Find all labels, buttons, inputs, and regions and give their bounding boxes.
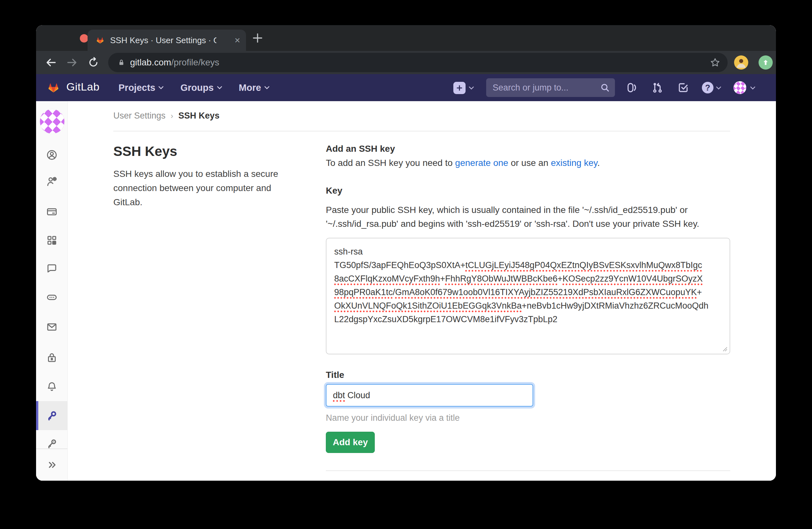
new-tab-button[interactable] [250, 31, 265, 45]
sidebar-item-chat[interactable] [46, 262, 58, 274]
new-menu-button[interactable] [453, 82, 466, 94]
chevron-down-icon [217, 86, 222, 89]
sidebar-item-access-tokens[interactable] [46, 291, 58, 303]
resize-grip-icon[interactable] [721, 345, 728, 352]
sidebar-collapse-button[interactable] [46, 459, 58, 471]
chevron-down-icon[interactable] [469, 86, 474, 89]
sidebar-item-ssh-keys[interactable] [46, 410, 58, 421]
key-textarea[interactable]: ssh-rsaTG50pfS/3apFEQhEoQ3pS0XtA+tCLUGjL… [326, 238, 730, 354]
url-path: /profile/keys [171, 57, 219, 67]
url-host: gitlab.com [130, 57, 171, 67]
sidebar-item-profile[interactable] [46, 149, 58, 161]
title-input-value: dbt Cloud [333, 390, 370, 400]
gitlab-favicon [95, 35, 105, 45]
sidebar-item-applications[interactable] [46, 234, 58, 246]
chrome-profile-avatar[interactable] [734, 55, 748, 70]
form-heading: Add an SSH key [326, 144, 395, 154]
forward-icon[interactable] [66, 56, 78, 69]
search-input[interactable]: Search or jump to... [486, 78, 615, 97]
address-bar[interactable]: gitlab.com/profile/keys [108, 53, 728, 72]
chrome-update-button[interactable] [758, 55, 773, 70]
gitlab-navbar: GitLab Projects Groups More Search or ju… [36, 74, 776, 101]
title-label: Title [326, 370, 344, 380]
tab-title: SSH Keys · User Settings · GitLab [110, 35, 216, 45]
form-intro: To add an SSH key you need to generate o… [326, 158, 600, 168]
arrow-up-icon [762, 58, 770, 67]
chevron-down-icon[interactable] [716, 86, 721, 89]
search-icon [600, 83, 610, 92]
chevron-down-icon [158, 86, 163, 89]
sidebar-item-account[interactable] [46, 175, 58, 187]
title-input[interactable]: dbt Cloud [326, 384, 533, 406]
menu-more[interactable]: More [239, 83, 270, 93]
https-lock-icon [117, 58, 126, 67]
page-content: User Settings › SSH Keys SSH Keys SSH ke… [36, 101, 776, 481]
todos-icon[interactable] [678, 82, 689, 94]
person-photo [734, 55, 748, 70]
tab-close-icon[interactable]: × [234, 35, 240, 45]
inline-link[interactable]: generate one [455, 158, 508, 168]
browser-toolbar: gitlab.com/profile/keys [36, 51, 776, 74]
plus-icon [456, 84, 463, 91]
chevron-down-icon [264, 86, 270, 89]
merge-request-icon[interactable] [652, 82, 663, 94]
inline-link[interactable]: existing key [551, 158, 597, 168]
breadcrumb: User Settings › SSH Keys [113, 111, 220, 121]
title-help-text: Name your individual key via a title [326, 413, 460, 423]
menu-groups[interactable]: Groups [180, 83, 222, 93]
sidebar-item-emails[interactable] [46, 321, 58, 333]
issues-icon[interactable] [626, 82, 638, 94]
sidebar-item-billing[interactable] [46, 206, 58, 217]
sidebar-item-gpg-keys[interactable] [46, 438, 58, 449]
gitlab-wordmark[interactable]: GitLab [66, 81, 100, 93]
settings-sidebar [36, 101, 68, 481]
help-icon[interactable]: ? [702, 82, 713, 94]
sidebar-divider [36, 448, 68, 449]
breadcrumb-parent[interactable]: User Settings [113, 111, 165, 121]
tab-strip: SSH Keys · User Settings · GitLab × [36, 25, 776, 51]
key-label: Key [326, 186, 342, 196]
bookmark-star-icon[interactable] [710, 57, 721, 68]
form-bottom-divider [326, 470, 730, 471]
sidebar-item-password[interactable] [46, 352, 58, 363]
key-textarea-content: ssh-rsaTG50pfS/3apFEQhEoQ3pS0XtA+tCLUGjL… [334, 245, 722, 326]
url-text: gitlab.com/profile/keys [130, 57, 219, 68]
key-help-text: Paste your public SSH key, which is usua… [326, 203, 699, 231]
chevron-down-icon[interactable] [750, 86, 755, 89]
page-description: SSH keys allow you to establish a secure… [113, 167, 297, 210]
breadcrumb-divider [113, 131, 730, 131]
breadcrumb-current: SSH Keys [178, 111, 220, 121]
menu-projects[interactable]: Projects [118, 83, 163, 93]
search-placeholder: Search or jump to... [493, 83, 569, 93]
back-icon[interactable] [44, 56, 57, 69]
browser-window: SSH Keys · User Settings · GitLab × gitl… [36, 25, 776, 481]
browser-tab[interactable]: SSH Keys · User Settings · GitLab × [88, 30, 246, 51]
sidebar-user-avatar[interactable] [40, 109, 65, 134]
navbar-menus: Projects Groups More [118, 74, 270, 101]
gitlab-logo[interactable] [46, 81, 61, 95]
main-panel: User Settings › SSH Keys SSH Keys SSH ke… [68, 101, 776, 481]
window-close-button[interactable] [80, 34, 88, 43]
page-title: SSH Keys [113, 144, 177, 159]
sidebar-item-notifications[interactable] [46, 381, 58, 392]
breadcrumb-separator-icon: › [171, 112, 173, 120]
add-key-button[interactable]: Add key [326, 432, 375, 453]
user-avatar[interactable] [734, 81, 746, 94]
reload-icon[interactable] [87, 56, 100, 69]
